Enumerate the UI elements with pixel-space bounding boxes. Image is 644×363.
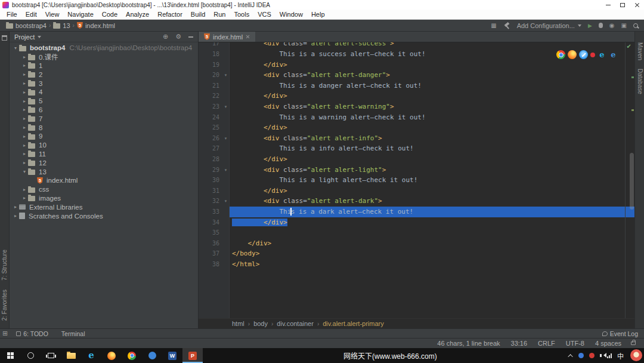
project-tree-item[interactable]: ▸0.课件	[10, 53, 198, 61]
taskbar-file-explorer-button[interactable]	[61, 348, 81, 363]
floating-assistant-icon[interactable]	[630, 349, 642, 361]
fold-arrow-icon[interactable]: ▾	[222, 133, 230, 144]
menu-run[interactable]: Run	[209, 10, 230, 19]
tree-chevron-icon[interactable]: ▸	[21, 160, 28, 165]
code-line[interactable]: 33 This is a dark alert—check it out!	[199, 207, 634, 217]
code-line-text[interactable]: <div class="alert alert-danger">	[230, 70, 634, 81]
file-encoding[interactable]: UTF-8	[566, 340, 584, 347]
taskbar-app-button[interactable]	[142, 348, 162, 363]
tree-chevron-icon[interactable]: ▸	[21, 63, 28, 68]
tool-todo[interactable]: 6: TODO	[16, 330, 48, 337]
menu-vcs[interactable]: VCS	[253, 10, 275, 19]
fold-arrow-icon[interactable]: ▾	[222, 70, 230, 81]
code-line[interactable]: 29▾ <div class="alert alert-light">	[199, 165, 634, 176]
project-tool-icon[interactable]	[2, 35, 7, 41]
code-line-text[interactable]	[230, 227, 634, 238]
code-line-text[interactable]: </div>	[230, 238, 634, 249]
line-number[interactable]: 21	[199, 81, 222, 91]
code-line-text[interactable]: This is a light alert—check it out!	[230, 175, 634, 186]
tray-app-red-icon[interactable]	[589, 353, 595, 358]
line-number[interactable]: 31	[199, 186, 222, 196]
code-line[interactable]: 21 This is a danger alert—check it out!	[199, 81, 634, 91]
line-number[interactable]: 18	[199, 49, 222, 60]
code-line-text[interactable]: <div class="alert alert-warning">	[230, 101, 634, 112]
code-line-text[interactable]: </div>	[230, 122, 634, 133]
code-line[interactable]: 19 </div>	[199, 60, 634, 70]
tree-chevron-icon[interactable]: ▸	[21, 125, 28, 130]
locate-file-icon[interactable]: ⊕	[163, 33, 168, 41]
tree-chevron-icon[interactable]: ▸	[21, 81, 28, 86]
line-number[interactable]: 32	[199, 196, 222, 207]
line-number[interactable]: 30	[199, 175, 222, 186]
code-line[interactable]: 31 </div>	[199, 186, 634, 196]
code-line-text[interactable]: This is a danger alert—check it out!	[230, 81, 634, 91]
code-line[interactable]: 23▾ <div class="alert alert-warning">	[199, 101, 634, 112]
menu-build[interactable]: Build	[187, 10, 209, 19]
run-icon[interactable]: ▶	[588, 23, 592, 29]
code-line[interactable]: 17 <div class="alert alert-success">	[199, 42, 634, 49]
nav-crumb-bootstrap4[interactable]: bootstrap4	[6, 22, 47, 29]
line-number[interactable]: 27	[199, 143, 222, 154]
line-number[interactable]: 37	[199, 248, 222, 259]
menu-analyze[interactable]: Analyze	[122, 10, 153, 19]
project-tree-item[interactable]: ▸12	[10, 158, 198, 167]
taskbar-firefox-button[interactable]	[101, 348, 122, 363]
line-number[interactable]: 29	[199, 165, 222, 176]
tray-app-blue-icon[interactable]	[578, 353, 584, 358]
tree-chevron-icon[interactable]: ▸	[12, 204, 19, 210]
breadcrumb-div-container[interactable]: div.container	[277, 320, 314, 327]
line-number[interactable]: 22	[199, 91, 222, 101]
line-number[interactable]: 38	[199, 259, 222, 270]
search-everywhere-icon[interactable]	[633, 23, 638, 28]
tree-chevron-icon[interactable]: ▸	[21, 72, 28, 77]
ie-icon[interactable]: e	[609, 50, 618, 59]
taskbar-powerpoint-button[interactable]: P	[182, 348, 203, 363]
project-panel-title[interactable]: Project	[14, 33, 35, 41]
line-number[interactable]: 26	[199, 133, 222, 144]
project-tree-item[interactable]: ▸11	[10, 150, 198, 159]
code-line[interactable]: 32▾ <div class="alert alert-dark">	[199, 196, 634, 207]
tree-chevron-icon[interactable]: ▾	[12, 45, 19, 51]
project-tree-item[interactable]: ▸css	[10, 185, 198, 194]
menu-help[interactable]: Help	[307, 10, 329, 19]
menu-refactor[interactable]: Refactor	[153, 10, 187, 19]
code-line-text[interactable]: </div>	[230, 91, 634, 101]
tool-maven[interactable]: Maven	[637, 42, 643, 60]
coverage-icon[interactable]: ◉	[609, 22, 615, 29]
menu-navigate[interactable]: Navigate	[63, 10, 97, 19]
project-tree-item[interactable]: ▾13	[10, 167, 198, 176]
taskbar-start-button[interactable]	[0, 348, 20, 363]
project-tree-item[interactable]: ▸2	[10, 70, 198, 79]
tree-chevron-icon[interactable]: ▸	[21, 116, 28, 121]
chrome-icon[interactable]	[556, 50, 565, 59]
menu-code[interactable]: Code	[98, 10, 122, 19]
code-line-text[interactable]: This is a warning alert—check it out!	[230, 112, 634, 123]
add-configuration-button[interactable]: Add Configuration...	[517, 22, 581, 29]
code-line-text[interactable]: </div>	[230, 217, 634, 228]
line-number[interactable]: 33	[199, 207, 222, 217]
edge-icon[interactable]: e	[597, 50, 606, 59]
tree-chevron-icon[interactable]: ▸	[21, 99, 28, 104]
firefox-icon[interactable]	[568, 50, 577, 59]
tray-expand-icon[interactable]	[568, 354, 572, 359]
project-tree-item[interactable]: ▸External Libraries	[10, 202, 198, 211]
ime-indicator[interactable]: 中	[617, 351, 624, 361]
gear-icon[interactable]: ⚙	[175, 33, 181, 41]
code-line[interactable]: 26▾ <div class="alert alert-info">	[199, 133, 634, 144]
tree-chevron-icon[interactable]: ▸	[21, 90, 28, 95]
maximize-button[interactable]	[615, 0, 630, 10]
taskbar-word-button[interactable]: W	[162, 348, 182, 363]
code-line[interactable]: 35	[199, 227, 634, 238]
project-tree-item[interactable]: ▸10	[10, 141, 198, 150]
taskbar-task-view-button[interactable]	[41, 348, 61, 363]
project-tree-item[interactable]: ▸7	[10, 114, 198, 123]
code-line[interactable]: 36 </div>	[199, 238, 634, 249]
code-line[interactable]: 25 </div>	[199, 122, 634, 133]
tool-structure[interactable]: 7: Structure	[1, 250, 8, 281]
code-line[interactable]: 34 </div>	[199, 217, 634, 228]
line-number[interactable]: 20	[199, 70, 222, 81]
taskbar-search-button[interactable]	[20, 348, 41, 363]
code-line-text[interactable]: <div class="alert alert-success">	[230, 42, 634, 49]
tree-chevron-icon[interactable]: ▸	[21, 195, 28, 201]
project-tree-item[interactable]: ▸1	[10, 61, 198, 70]
